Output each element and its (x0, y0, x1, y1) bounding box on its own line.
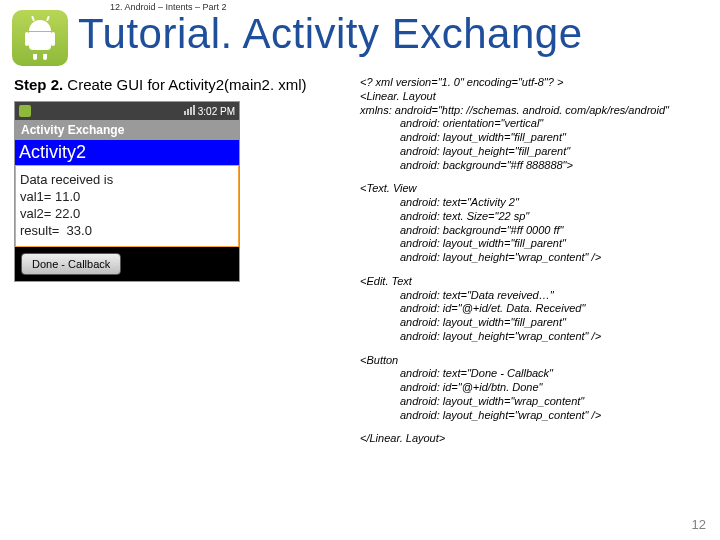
step-heading: Step 2. Create GUI for Activity2(main2. … (14, 76, 360, 93)
code-line: android: text="Data reveived…" (360, 289, 708, 303)
code-line: android: layout_width="fill_parent" (360, 131, 708, 145)
code-line: android: layout_height="fill_parent" (360, 145, 708, 159)
code-line: android: layout_height="wrap_content" /> (360, 409, 708, 423)
done-callback-button: Done - Callback (21, 253, 121, 275)
code-listing: <? xml version="1. 0" encoding="utf-8"? … (360, 76, 720, 456)
code-line: <Button (360, 354, 708, 368)
status-bar: 3:02 PM (15, 102, 239, 120)
code-line: android: text. Size="22 sp" (360, 210, 708, 224)
status-time: 3:02 PM (198, 106, 235, 117)
code-line: android: background="#ff 0000 ff" (360, 224, 708, 238)
android-logo (12, 10, 68, 66)
edit-text-field: Data received is val1= 11.0 val2= 22.0 r… (15, 165, 239, 247)
signal-icon (183, 105, 195, 117)
code-line: android: background="#ff 888888"> (360, 159, 708, 173)
code-line: android: layout_width="fill_parent" (360, 237, 708, 251)
device-screenshot: 3:02 PM Activity Exchange Activity2 Data… (14, 101, 240, 282)
code-line: android: layout_height="wrap_content" /> (360, 330, 708, 344)
app-title-bar: Activity Exchange (15, 120, 239, 140)
code-line: android: layout_width="wrap_content" (360, 395, 708, 409)
slide-title: Tutorial. Activity Exchange (0, 10, 720, 58)
code-line: xmlns: android="http: //schemas. android… (360, 104, 708, 118)
code-line: android: text="Activity 2" (360, 196, 708, 210)
step-desc: Create GUI for Activity2(main2. xml) (63, 76, 306, 93)
code-line: android: layout_width="fill_parent" (360, 316, 708, 330)
code-line: android: orientation="vertical" (360, 117, 708, 131)
code-line: android: id="@+id/btn. Done" (360, 381, 708, 395)
page-number: 12 (692, 517, 706, 532)
code-line: <Linear. Layout (360, 90, 708, 104)
code-line: <? xml version="1. 0" encoding="utf-8"? … (360, 76, 708, 90)
code-line: android: text="Done - Callback" (360, 367, 708, 381)
step-number: Step 2. (14, 76, 63, 93)
code-line: android: id="@+id/et. Data. Received" (360, 302, 708, 316)
code-line: <Edit. Text (360, 275, 708, 289)
code-line: <Text. View (360, 182, 708, 196)
code-line: android: layout_height="wrap_content" /> (360, 251, 708, 265)
code-line: </Linear. Layout> (360, 432, 708, 446)
activity-label: Activity2 (15, 140, 239, 165)
android-icon (19, 105, 31, 117)
